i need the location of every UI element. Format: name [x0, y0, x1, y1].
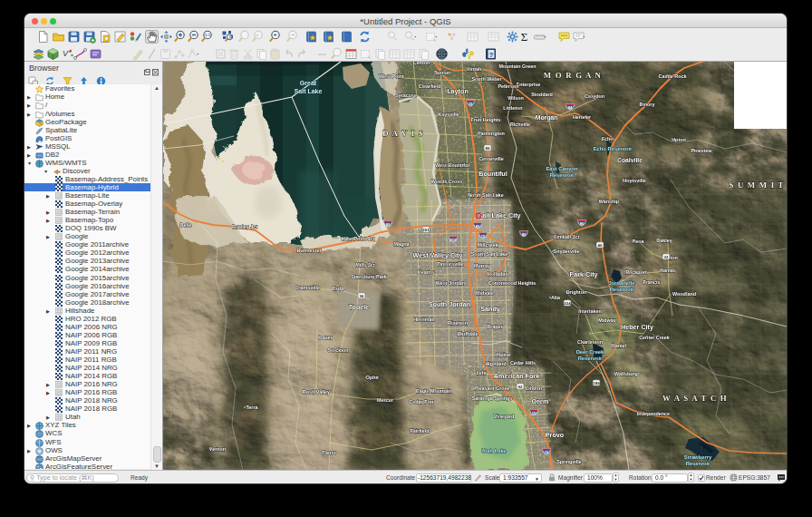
svg-text:Reservoir: Reservoir — [578, 356, 603, 361]
svg-text:Clinton: Clinton — [413, 62, 430, 65]
svg-text:North Salt Lake: North Salt Lake — [468, 192, 504, 198]
svg-text:Croydon: Croydon — [585, 93, 604, 99]
svg-text:Morgan: Morgan — [536, 114, 558, 122]
svg-text:15: 15 — [545, 450, 549, 454]
svg-text:Echo: Echo — [601, 136, 614, 141]
svg-text:Lake Point Jct: Lake Point Jct — [342, 236, 375, 241]
svg-text:Bauer: Bauer — [318, 335, 333, 340]
svg-text:80: 80 — [476, 224, 480, 229]
svg-text:Orem: Orem — [532, 397, 549, 405]
svg-text:Littleton: Littleton — [503, 105, 522, 111]
svg-text:Sandy: Sandy — [480, 305, 500, 313]
svg-text:Cottonwood Heights: Cottonwood Heights — [488, 280, 536, 286]
svg-text:Heber City: Heber City — [621, 323, 653, 331]
svg-text:West Point: West Point — [379, 73, 404, 79]
svg-text:Enterprise: Enterprise — [517, 82, 541, 87]
svg-text:Kaysville: Kaysville — [438, 112, 459, 117]
svg-text:Hoytsville: Hoytsville — [623, 178, 645, 183]
svg-text:West Valley City: West Valley City — [413, 251, 463, 259]
svg-text:Provo: Provo — [546, 431, 565, 439]
svg-text:Woods Cross: Woods Cross — [431, 179, 463, 184]
svg-text:West Bountiful: West Bountiful — [435, 162, 469, 168]
svg-text:80: 80 — [522, 232, 527, 237]
svg-text:Stoddard: Stoddard — [531, 92, 553, 97]
svg-text:Vineyard: Vineyard — [494, 414, 515, 419]
svg-text:Vernon: Vernon — [209, 446, 226, 452]
svg-text:Springville: Springville — [556, 459, 582, 464]
svg-text:Pineview: Pineview — [691, 148, 712, 153]
svg-text:Independence: Independence — [637, 411, 670, 416]
svg-text:15: 15 — [469, 102, 473, 106]
svg-text:Uintah: Uintah — [467, 66, 482, 72]
svg-text:American Fork: American Fork — [494, 372, 539, 380]
svg-text:Ophir: Ophir — [366, 375, 380, 380]
svg-text:Highland: Highland — [485, 361, 506, 366]
svg-text:Terra: Terra — [246, 405, 258, 410]
svg-text:South Weber: South Weber — [471, 76, 502, 82]
svg-text:15: 15 — [481, 234, 486, 239]
svg-text:Farmington: Farmington — [478, 131, 505, 136]
svg-text:Cedar Hills: Cedar Hills — [510, 360, 536, 366]
svg-text:Tooele: Tooele — [349, 303, 370, 311]
svg-text:Park City: Park City — [569, 270, 597, 278]
svg-text:Alta: Alta — [551, 295, 561, 300]
svg-text:1:1: 1:1 — [205, 33, 211, 37]
svg-text:Clearfield: Clearfield — [419, 83, 441, 89]
svg-text:Rockport: Rockport — [625, 269, 647, 275]
svg-text:Woodland: Woodland — [672, 291, 696, 297]
svg-text:Reservoir: Reservoir — [550, 172, 575, 178]
svg-text:Erda: Erda — [333, 286, 344, 291]
svg-text:Centerville: Centerville — [478, 156, 504, 161]
svg-text:215: 215 — [450, 238, 458, 242]
svg-text:Lindon: Lindon — [526, 385, 542, 391]
svg-text:M O R G A N: M O R G A N — [544, 71, 602, 80]
svg-text:Coalville: Coalville — [617, 157, 643, 163]
svg-text:80: 80 — [386, 222, 391, 227]
svg-text:92: 92 — [518, 385, 523, 389]
svg-text:Wilson: Wilson — [508, 95, 524, 101]
svg-text:S U M M I T: S U M M I T — [729, 180, 784, 190]
svg-text:Lehi: Lehi — [476, 370, 487, 376]
svg-text:Deer Creek: Deer Creek — [576, 349, 604, 355]
svg-text:Rush Valley: Rush Valley — [303, 389, 330, 395]
svg-text:Echo Reservoir: Echo Reservoir — [594, 146, 633, 151]
svg-text:40: 40 — [598, 243, 603, 248]
svg-text:Midway: Midway — [598, 317, 615, 323]
svg-text:W A S A T C H: W A S A T C H — [662, 394, 728, 403]
svg-text:Utah Lake: Utah Lake — [481, 448, 507, 454]
svg-text:Salt Lake: Salt Lake — [295, 88, 323, 94]
svg-text:Faust: Faust — [323, 450, 336, 455]
svg-text:32: 32 — [664, 255, 669, 259]
svg-text:15: 15 — [532, 411, 536, 415]
svg-text:Kimball Jct: Kimball Jct — [554, 234, 580, 239]
svg-text:Syracuse: Syracuse — [395, 93, 417, 98]
svg-text:South Salt Lake: South Salt Lake — [471, 251, 508, 257]
svg-text:Wanship: Wanship — [599, 199, 620, 204]
svg-text:D A V I S: D A V I S — [382, 129, 424, 138]
svg-text:South Jordan: South Jordan — [429, 300, 470, 308]
svg-text:224: 224 — [564, 301, 571, 306]
svg-text:?: ? — [489, 51, 494, 59]
svg-text:Stansbury Park: Stansbury Park — [351, 274, 387, 279]
svg-text:189: 189 — [593, 381, 600, 385]
svg-text:Castle Rock: Castle Rock — [659, 73, 687, 79]
svg-text:Grantsville: Grantsville — [295, 285, 320, 290]
svg-text:Magna: Magna — [393, 241, 410, 247]
svg-text:Cedar Fort: Cedar Fort — [409, 399, 433, 405]
svg-text:Saratoga Springs: Saratoga Springs — [472, 395, 513, 401]
svg-text:East Canyon: East Canyon — [546, 166, 578, 171]
svg-text:Eagle Mountain: Eagle Mountain — [416, 388, 452, 394]
svg-text:Layton: Layton — [447, 87, 469, 95]
svg-text:36: 36 — [360, 294, 364, 298]
svg-text:Σ: Σ — [521, 30, 528, 44]
svg-text:Mountain Green: Mountain Green — [498, 63, 536, 69]
svg-text:Snyderville: Snyderville — [554, 249, 580, 254]
svg-text:80: 80 — [580, 221, 585, 226]
svg-text:Reservoir: Reservoir — [686, 461, 710, 466]
svg-text:89: 89 — [486, 146, 490, 151]
svg-text:84: 84 — [568, 105, 573, 110]
svg-text:Alpine: Alpine — [496, 352, 510, 357]
svg-text:West Jordan: West Jordan — [436, 280, 465, 286]
svg-text:Wallsburg: Wallsburg — [614, 371, 638, 376]
svg-text:Herriman: Herriman — [413, 317, 435, 322]
